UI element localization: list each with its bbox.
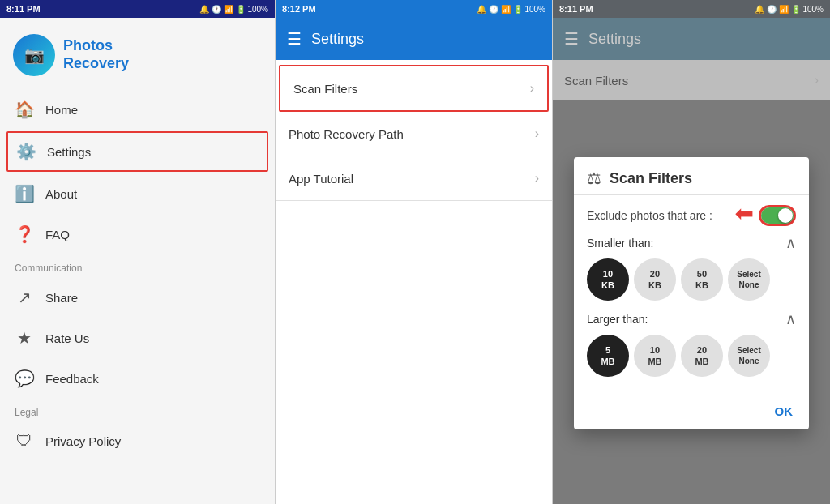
nav-item-faq[interactable]: ❓ FAQ xyxy=(0,214,275,254)
larger-than-chevron[interactable]: ∧ xyxy=(785,310,796,328)
scan-filters-highlighted-wrapper: Scan Filters › xyxy=(279,65,549,112)
nav-label-about: About xyxy=(45,187,77,201)
scan-filters-row-3: Scan Filters › xyxy=(553,60,830,100)
nav-item-about[interactable]: ℹ️ About xyxy=(0,173,275,214)
toggle-track xyxy=(761,207,794,224)
screen-3-scan-filters: 8:11 PM 🔔 🕐 📶 🔋 100% ☰ Settings Scan Fil… xyxy=(553,0,830,504)
nav-label-rate-us: Rate Us xyxy=(45,331,89,345)
nav-label-privacy: Privacy Policy xyxy=(45,434,121,448)
status-bar-2: 8:12 PM 🔔 🕐 📶 🔋 100% xyxy=(276,0,552,18)
feedback-icon: 💬 xyxy=(15,369,34,388)
hamburger-icon-3[interactable]: ☰ xyxy=(564,29,579,49)
chevron-icon-app-tutorial: › xyxy=(535,171,539,186)
dialog-footer: OK xyxy=(574,396,809,429)
status-icons-3: 🔔 🕐 📶 🔋 100% xyxy=(755,5,824,14)
size-btn-5mb[interactable]: 5MB xyxy=(587,335,629,377)
nav-label-feedback: Feedback xyxy=(45,372,99,386)
exclude-label: Exclude photos that are : xyxy=(587,209,712,222)
app-tutorial-label: App Tutorial xyxy=(289,172,353,186)
settings-item-app-tutorial[interactable]: App Tutorial › xyxy=(276,156,552,201)
exclude-row: Exclude photos that are : ➡ xyxy=(587,205,796,226)
settings-icon: ⚙️ xyxy=(16,142,36,161)
section-communication: Communication xyxy=(0,254,275,277)
privacy-icon: 🛡 xyxy=(15,432,34,451)
star-icon: ★ xyxy=(15,328,34,348)
settings-list: Scan Filters › Photo Recovery Path › App… xyxy=(276,60,552,504)
size-btn-50kb[interactable]: 50KB xyxy=(681,258,723,301)
nav-item-rate-us[interactable]: ★ Rate Us xyxy=(0,318,275,358)
app-name: Photos Recovery xyxy=(63,37,129,72)
arrow-toggle-container: ➡ xyxy=(759,205,796,226)
time-3: 8:11 PM xyxy=(559,4,593,14)
nav-item-privacy[interactable]: 🛡 Privacy Policy xyxy=(0,421,275,461)
screen-1-drawer: 8:11 PM 🔔 🕐 📶 🔋 100% 📷 Photos Recovery 🏠… xyxy=(0,0,276,504)
status-bar-1: 8:11 PM 🔔 🕐 📶 🔋 100% xyxy=(0,0,275,18)
info-icon: ℹ️ xyxy=(15,184,34,203)
toggle-thumb xyxy=(778,208,793,223)
chevron-icon-scan-filters: › xyxy=(530,81,534,96)
size-btn-select-none-small[interactable]: SelectNone xyxy=(728,258,770,301)
logo-area: 📷 Photos Recovery xyxy=(0,18,275,89)
size-btn-10mb[interactable]: 10MB xyxy=(634,335,676,377)
size-btn-20kb[interactable]: 20KB xyxy=(634,258,676,301)
section-legal: Legal xyxy=(0,399,275,421)
size-btn-20mb[interactable]: 20MB xyxy=(681,335,723,377)
time-1: 8:11 PM xyxy=(6,4,41,14)
nav-label-faq: FAQ xyxy=(45,228,70,241)
ok-button[interactable]: OK xyxy=(768,401,800,421)
scan-filters-dialog: ⚖ Scan Filters Exclude photos that are :… xyxy=(574,157,809,429)
nav-item-home[interactable]: 🏠 Home xyxy=(0,89,275,130)
red-arrow-icon: ➡ xyxy=(735,200,754,227)
status-icons-1: 🔔 🕐 📶 🔋 100% xyxy=(199,5,268,14)
smaller-than-chevron[interactable]: ∧ xyxy=(785,234,796,252)
status-bar-3: 8:11 PM 🔔 🕐 📶 🔋 100% xyxy=(553,0,830,18)
faq-icon: ❓ xyxy=(15,224,34,244)
dialog-overlay: ⚖ Scan Filters Exclude photos that are :… xyxy=(553,100,830,504)
settings-item-photo-recovery-path[interactable]: Photo Recovery Path › xyxy=(276,112,552,156)
filter-icon: ⚖ xyxy=(587,169,601,188)
smaller-buttons: 10KB 20KB 50KB SelectNone xyxy=(587,258,796,301)
nav-item-feedback[interactable]: 💬 Feedback xyxy=(0,358,275,399)
scan-filters-bg-label: Scan Filters xyxy=(564,74,628,88)
screen-2-settings: 8:12 PM 🔔 🕐 📶 🔋 100% ☰ Settings Scan Fil… xyxy=(276,0,553,504)
dialog-body: Exclude photos that are : ➡ Smaller than… xyxy=(574,195,809,396)
larger-buttons: 5MB 10MB 20MB SelectNone xyxy=(587,335,796,377)
exclude-toggle[interactable] xyxy=(759,205,796,226)
share-icon: ↗ xyxy=(15,288,34,307)
nav-item-settings[interactable]: ⚙️ Settings xyxy=(6,131,268,172)
settings-title-3: Settings xyxy=(588,31,641,48)
nav-menu: 🏠 Home ⚙️ Settings ℹ️ About ❓ FAQ Commun… xyxy=(0,89,275,504)
status-icons-2: 🔔 🕐 📶 🔋 100% xyxy=(477,5,545,14)
photo-recovery-path-label: Photo Recovery Path xyxy=(289,127,404,141)
nav-label-settings: Settings xyxy=(47,145,91,159)
time-2: 8:12 PM xyxy=(282,4,316,14)
nav-label-home: Home xyxy=(45,103,78,117)
dialog-header: ⚖ Scan Filters xyxy=(574,157,809,195)
size-btn-10kb[interactable]: 10KB xyxy=(587,258,629,301)
larger-than-label: Larger than: xyxy=(587,313,648,326)
top-bar-3: ☰ Settings xyxy=(553,18,830,60)
chevron-scan-filters-3: › xyxy=(815,73,819,88)
nav-label-share: Share xyxy=(45,291,78,305)
dialog-title: Scan Filters xyxy=(610,170,692,187)
size-btn-select-none-large[interactable]: SelectNone xyxy=(728,335,770,377)
settings-item-scan-filters[interactable]: Scan Filters › xyxy=(280,66,547,110)
scan-filters-label: Scan Filters xyxy=(293,82,357,96)
smaller-than-row: Smaller than: ∧ xyxy=(587,234,796,252)
larger-than-row: Larger than: ∧ xyxy=(587,310,796,328)
app-logo: 📷 xyxy=(13,34,55,76)
home-icon: 🏠 xyxy=(15,100,34,119)
chevron-icon-photo-recovery: › xyxy=(535,126,539,141)
hamburger-icon[interactable]: ☰ xyxy=(287,29,302,49)
nav-item-share[interactable]: ↗ Share xyxy=(0,277,275,318)
settings-title-2: Settings xyxy=(311,31,364,48)
top-bar-2: ☰ Settings xyxy=(276,18,552,60)
smaller-than-label: Smaller than: xyxy=(587,237,653,250)
